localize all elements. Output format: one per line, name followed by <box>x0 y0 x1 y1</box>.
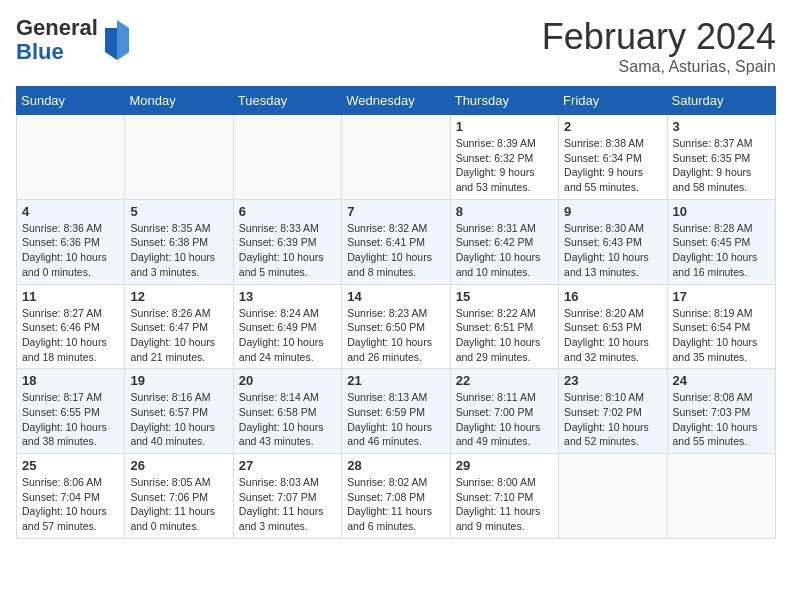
day-info: Sunrise: 8:24 AMSunset: 6:49 PMDaylight:… <box>239 306 336 365</box>
day-number: 25 <box>22 458 119 473</box>
calendar-day-1: 1Sunrise: 8:39 AMSunset: 6:32 PMDaylight… <box>450 115 558 200</box>
day-info: Sunrise: 8:06 AMSunset: 7:04 PMDaylight:… <box>22 475 119 534</box>
calendar-day-3: 3Sunrise: 8:37 AMSunset: 6:35 PMDaylight… <box>667 115 775 200</box>
day-number: 18 <box>22 373 119 388</box>
day-number: 2 <box>564 119 661 134</box>
day-number: 17 <box>673 289 770 304</box>
svg-marker-1 <box>117 20 129 60</box>
day-info: Sunrise: 8:05 AMSunset: 7:06 PMDaylight:… <box>130 475 227 534</box>
day-info: Sunrise: 8:02 AMSunset: 7:08 PMDaylight:… <box>347 475 444 534</box>
weekday-header-sunday: Sunday <box>17 87 125 115</box>
day-info: Sunrise: 8:27 AMSunset: 6:46 PMDaylight:… <box>22 306 119 365</box>
weekday-header-saturday: Saturday <box>667 87 775 115</box>
calendar-day-4: 4Sunrise: 8:36 AMSunset: 6:36 PMDaylight… <box>17 199 125 284</box>
day-info: Sunrise: 8:19 AMSunset: 6:54 PMDaylight:… <box>673 306 770 365</box>
calendar-day-24: 24Sunrise: 8:08 AMSunset: 7:03 PMDayligh… <box>667 369 775 454</box>
day-number: 5 <box>130 204 227 219</box>
day-number: 7 <box>347 204 444 219</box>
calendar-day-empty <box>125 115 233 200</box>
calendar-day-empty <box>233 115 341 200</box>
day-number: 15 <box>456 289 553 304</box>
day-info: Sunrise: 8:32 AMSunset: 6:41 PMDaylight:… <box>347 221 444 280</box>
calendar-day-5: 5Sunrise: 8:35 AMSunset: 6:38 PMDaylight… <box>125 199 233 284</box>
title-block: February 2024 Sama, Asturias, Spain <box>542 16 776 76</box>
day-number: 22 <box>456 373 553 388</box>
day-number: 16 <box>564 289 661 304</box>
calendar-day-26: 26Sunrise: 8:05 AMSunset: 7:06 PMDayligh… <box>125 454 233 539</box>
calendar-day-9: 9Sunrise: 8:30 AMSunset: 6:43 PMDaylight… <box>559 199 667 284</box>
location-title: Sama, Asturias, Spain <box>542 58 776 76</box>
day-info: Sunrise: 8:13 AMSunset: 6:59 PMDaylight:… <box>347 390 444 449</box>
day-info: Sunrise: 8:30 AMSunset: 6:43 PMDaylight:… <box>564 221 661 280</box>
day-info: Sunrise: 8:28 AMSunset: 6:45 PMDaylight:… <box>673 221 770 280</box>
day-number: 24 <box>673 373 770 388</box>
day-number: 3 <box>673 119 770 134</box>
calendar-week-row: 4Sunrise: 8:36 AMSunset: 6:36 PMDaylight… <box>17 199 776 284</box>
day-number: 21 <box>347 373 444 388</box>
day-info: Sunrise: 8:16 AMSunset: 6:57 PMDaylight:… <box>130 390 227 449</box>
page-header: General Blue February 2024 Sama, Asturia… <box>16 16 776 76</box>
day-info: Sunrise: 8:11 AMSunset: 7:00 PMDaylight:… <box>456 390 553 449</box>
day-number: 1 <box>456 119 553 134</box>
day-info: Sunrise: 8:31 AMSunset: 6:42 PMDaylight:… <box>456 221 553 280</box>
calendar-week-row: 18Sunrise: 8:17 AMSunset: 6:55 PMDayligh… <box>17 369 776 454</box>
calendar-day-empty <box>667 454 775 539</box>
day-number: 9 <box>564 204 661 219</box>
day-info: Sunrise: 8:08 AMSunset: 7:03 PMDaylight:… <box>673 390 770 449</box>
calendar-week-row: 25Sunrise: 8:06 AMSunset: 7:04 PMDayligh… <box>17 454 776 539</box>
calendar-week-row: 1Sunrise: 8:39 AMSunset: 6:32 PMDaylight… <box>17 115 776 200</box>
calendar-day-17: 17Sunrise: 8:19 AMSunset: 6:54 PMDayligh… <box>667 284 775 369</box>
weekday-header-tuesday: Tuesday <box>233 87 341 115</box>
calendar-table: SundayMondayTuesdayWednesdayThursdayFrid… <box>16 86 776 539</box>
day-number: 14 <box>347 289 444 304</box>
day-info: Sunrise: 8:36 AMSunset: 6:36 PMDaylight:… <box>22 221 119 280</box>
logo: General Blue <box>16 16 133 64</box>
day-number: 8 <box>456 204 553 219</box>
calendar-day-empty <box>342 115 450 200</box>
calendar-day-16: 16Sunrise: 8:20 AMSunset: 6:53 PMDayligh… <box>559 284 667 369</box>
calendar-day-12: 12Sunrise: 8:26 AMSunset: 6:47 PMDayligh… <box>125 284 233 369</box>
day-number: 26 <box>130 458 227 473</box>
day-info: Sunrise: 8:35 AMSunset: 6:38 PMDaylight:… <box>130 221 227 280</box>
day-info: Sunrise: 8:23 AMSunset: 6:50 PMDaylight:… <box>347 306 444 365</box>
calendar-day-25: 25Sunrise: 8:06 AMSunset: 7:04 PMDayligh… <box>17 454 125 539</box>
weekday-header-thursday: Thursday <box>450 87 558 115</box>
day-number: 6 <box>239 204 336 219</box>
weekday-header-wednesday: Wednesday <box>342 87 450 115</box>
calendar-day-28: 28Sunrise: 8:02 AMSunset: 7:08 PMDayligh… <box>342 454 450 539</box>
day-number: 11 <box>22 289 119 304</box>
calendar-day-7: 7Sunrise: 8:32 AMSunset: 6:41 PMDaylight… <box>342 199 450 284</box>
day-info: Sunrise: 8:00 AMSunset: 7:10 PMDaylight:… <box>456 475 553 534</box>
day-info: Sunrise: 8:14 AMSunset: 6:58 PMDaylight:… <box>239 390 336 449</box>
calendar-day-15: 15Sunrise: 8:22 AMSunset: 6:51 PMDayligh… <box>450 284 558 369</box>
day-number: 19 <box>130 373 227 388</box>
day-info: Sunrise: 8:17 AMSunset: 6:55 PMDaylight:… <box>22 390 119 449</box>
logo-text: General Blue <box>16 16 98 64</box>
logo-icon <box>101 20 133 60</box>
day-info: Sunrise: 8:38 AMSunset: 6:34 PMDaylight:… <box>564 136 661 195</box>
day-number: 27 <box>239 458 336 473</box>
calendar-day-21: 21Sunrise: 8:13 AMSunset: 6:59 PMDayligh… <box>342 369 450 454</box>
weekday-header-monday: Monday <box>125 87 233 115</box>
day-number: 20 <box>239 373 336 388</box>
day-info: Sunrise: 8:22 AMSunset: 6:51 PMDaylight:… <box>456 306 553 365</box>
calendar-day-empty <box>559 454 667 539</box>
day-info: Sunrise: 8:03 AMSunset: 7:07 PMDaylight:… <box>239 475 336 534</box>
day-number: 29 <box>456 458 553 473</box>
day-info: Sunrise: 8:33 AMSunset: 6:39 PMDaylight:… <box>239 221 336 280</box>
calendar-day-11: 11Sunrise: 8:27 AMSunset: 6:46 PMDayligh… <box>17 284 125 369</box>
calendar-day-14: 14Sunrise: 8:23 AMSunset: 6:50 PMDayligh… <box>342 284 450 369</box>
weekday-header-friday: Friday <box>559 87 667 115</box>
day-number: 12 <box>130 289 227 304</box>
month-title: February 2024 <box>542 16 776 58</box>
weekday-header-row: SundayMondayTuesdayWednesdayThursdayFrid… <box>17 87 776 115</box>
day-info: Sunrise: 8:10 AMSunset: 7:02 PMDaylight:… <box>564 390 661 449</box>
day-number: 13 <box>239 289 336 304</box>
day-info: Sunrise: 8:37 AMSunset: 6:35 PMDaylight:… <box>673 136 770 195</box>
day-number: 4 <box>22 204 119 219</box>
day-info: Sunrise: 8:20 AMSunset: 6:53 PMDaylight:… <box>564 306 661 365</box>
calendar-day-2: 2Sunrise: 8:38 AMSunset: 6:34 PMDaylight… <box>559 115 667 200</box>
calendar-day-22: 22Sunrise: 8:11 AMSunset: 7:00 PMDayligh… <box>450 369 558 454</box>
calendar-day-10: 10Sunrise: 8:28 AMSunset: 6:45 PMDayligh… <box>667 199 775 284</box>
calendar-day-empty <box>17 115 125 200</box>
